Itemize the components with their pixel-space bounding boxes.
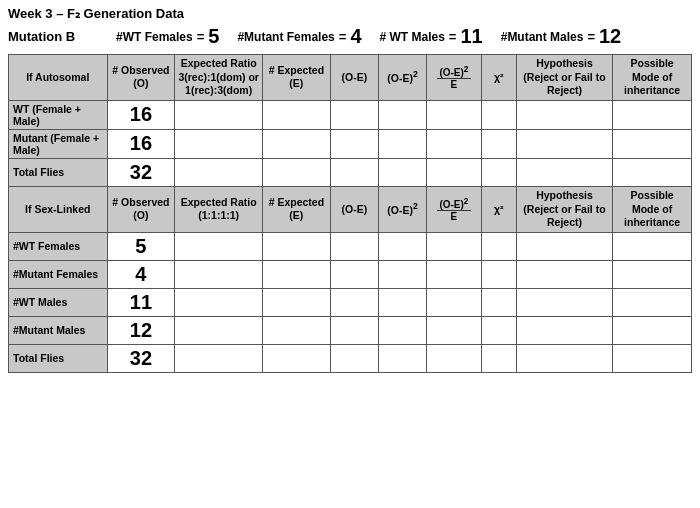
sex-wt-females-oe2[interactable] <box>378 232 426 260</box>
sex-wt-females-label: #WT Females <box>9 232 108 260</box>
sex-total-hypothesis[interactable] <box>516 344 612 372</box>
sex-wt-females-expected[interactable] <box>262 232 330 260</box>
sex-wt-males-expected[interactable] <box>262 288 330 316</box>
auto-mutant-label: Mutant (Female + Male) <box>9 129 108 158</box>
wt-females-summary: #WT Females = 5 <box>116 25 219 48</box>
sex-wt-females-mode[interactable] <box>613 232 692 260</box>
auto-mutant-hypothesis[interactable] <box>516 129 612 158</box>
col-observed-auto: # Observed (O) <box>107 55 175 101</box>
auto-mutant-mode[interactable] <box>613 129 692 158</box>
auto-mutant-expected[interactable] <box>262 129 330 158</box>
sex-mutant-males-oe2[interactable] <box>378 316 426 344</box>
sex-mutant-females-label: #Mutant Females <box>9 260 108 288</box>
sex-total-oe2e[interactable] <box>427 344 482 372</box>
auto-wt-observed[interactable]: 16 <box>107 100 175 129</box>
auto-total-oe2e[interactable] <box>427 158 482 186</box>
auto-mutant-oe[interactable] <box>330 129 378 158</box>
sex-mutant-males-oe[interactable] <box>330 316 378 344</box>
sex-mutant-males-hypothesis[interactable] <box>516 316 612 344</box>
sex-wt-females-hypothesis[interactable] <box>516 232 612 260</box>
sex-mutant-males-chi2[interactable] <box>481 316 516 344</box>
sex-mutant-males-oe2e[interactable] <box>427 316 482 344</box>
auto-wt-expected[interactable] <box>262 100 330 129</box>
sex-wt-females-oe2e[interactable] <box>427 232 482 260</box>
mutant-females-summary: #Mutant Females = 4 <box>237 25 361 48</box>
auto-mutant-oe2e[interactable] <box>427 129 482 158</box>
col-chi2-sex: χ² <box>481 186 516 232</box>
col-expected-sex: # Expected (E) <box>262 186 330 232</box>
sex-mutant-males-observed[interactable]: 12 <box>107 316 175 344</box>
sex-total-oe[interactable] <box>330 344 378 372</box>
sex-wt-males-mode[interactable] <box>613 288 692 316</box>
sex-mutant-females-row: #Mutant Females 4 <box>9 260 692 288</box>
auto-wt-chi2[interactable] <box>481 100 516 129</box>
sex-mutant-males-ratio[interactable] <box>175 316 263 344</box>
auto-wt-oe[interactable] <box>330 100 378 129</box>
auto-total-chi2[interactable] <box>481 158 516 186</box>
sex-mutant-females-observed[interactable]: 4 <box>107 260 175 288</box>
sex-mutant-females-hypothesis[interactable] <box>516 260 612 288</box>
sex-total-mode[interactable] <box>613 344 692 372</box>
sex-wt-males-label: #WT Males <box>9 288 108 316</box>
sex-total-chi2[interactable] <box>481 344 516 372</box>
sex-mutant-females-oe2e[interactable] <box>427 260 482 288</box>
auto-wt-mode[interactable] <box>613 100 692 129</box>
mutant-females-value: 4 <box>350 25 361 48</box>
sex-mutant-females-oe[interactable] <box>330 260 378 288</box>
sex-total-ratio[interactable] <box>175 344 263 372</box>
auto-wt-hypothesis[interactable] <box>516 100 612 129</box>
col-oe2-sex: (O-E)2 <box>378 186 426 232</box>
auto-total-mode[interactable] <box>613 158 692 186</box>
sex-wt-males-oe2[interactable] <box>378 288 426 316</box>
sex-mutant-females-mode[interactable] <box>613 260 692 288</box>
sex-mutant-females-expected[interactable] <box>262 260 330 288</box>
auto-total-expected[interactable] <box>262 158 330 186</box>
sex-mutant-males-row: #Mutant Males 12 <box>9 316 692 344</box>
auto-wt-oe2[interactable] <box>378 100 426 129</box>
sex-wt-females-ratio[interactable] <box>175 232 263 260</box>
auto-total-oe[interactable] <box>330 158 378 186</box>
mutant-males-value: 12 <box>599 25 621 48</box>
sex-wt-males-chi2[interactable] <box>481 288 516 316</box>
sex-wt-males-observed[interactable]: 11 <box>107 288 175 316</box>
col-oe2e-auto: (O-E)2 E <box>427 55 482 101</box>
sex-wt-males-ratio[interactable] <box>175 288 263 316</box>
auto-wt-label: WT (Female + Male) <box>9 100 108 129</box>
sex-total-expected[interactable] <box>262 344 330 372</box>
sex-wt-females-chi2[interactable] <box>481 232 516 260</box>
auto-total-observed[interactable]: 32 <box>107 158 175 186</box>
auto-total-label: Total Flies <box>9 158 108 186</box>
autosomal-header-row: If Autosomal # Observed (O) Expected Rat… <box>9 55 692 101</box>
auto-total-ratio[interactable] <box>175 158 263 186</box>
auto-mutant-chi2[interactable] <box>481 129 516 158</box>
auto-total-hypothesis[interactable] <box>516 158 612 186</box>
auto-total-oe2[interactable] <box>378 158 426 186</box>
sex-wt-males-hypothesis[interactable] <box>516 288 612 316</box>
sex-mutant-females-chi2[interactable] <box>481 260 516 288</box>
col-expected-ratio-auto: Expected Ratio 3(rec):1(dom) or 1(rec):3… <box>175 55 263 101</box>
sex-wt-females-observed[interactable]: 5 <box>107 232 175 260</box>
sex-mutant-females-ratio[interactable] <box>175 260 263 288</box>
auto-mutant-observed[interactable]: 16 <box>107 129 175 158</box>
sex-total-observed[interactable]: 32 <box>107 344 175 372</box>
sex-mutant-males-label: #Mutant Males <box>9 316 108 344</box>
sex-wt-females-oe[interactable] <box>330 232 378 260</box>
sex-mutant-males-mode[interactable] <box>613 316 692 344</box>
sex-mutant-males-expected[interactable] <box>262 316 330 344</box>
sexlinked-section-header: If Sex-Linked <box>9 186 108 232</box>
auto-mutant-ratio[interactable] <box>175 129 263 158</box>
sex-wt-males-oe[interactable] <box>330 288 378 316</box>
sex-wt-males-row: #WT Males 11 <box>9 288 692 316</box>
sex-wt-males-oe2e[interactable] <box>427 288 482 316</box>
sexlinked-header-row: If Sex-Linked # Observed (O) Expected Ra… <box>9 186 692 232</box>
auto-mutant-oe2[interactable] <box>378 129 426 158</box>
col-hypothesis-sex: Hypothesis (Reject or Fail to Reject) <box>516 186 612 232</box>
mutant-males-label: #Mutant Males <box>501 30 584 44</box>
auto-wt-oe2e[interactable] <box>427 100 482 129</box>
mutation-label: Mutation B <box>8 29 98 44</box>
sex-total-row: Total Flies 32 <box>9 344 692 372</box>
sex-total-oe2[interactable] <box>378 344 426 372</box>
col-oe-auto: (O-E) <box>330 55 378 101</box>
sex-mutant-females-oe2[interactable] <box>378 260 426 288</box>
auto-wt-ratio[interactable] <box>175 100 263 129</box>
